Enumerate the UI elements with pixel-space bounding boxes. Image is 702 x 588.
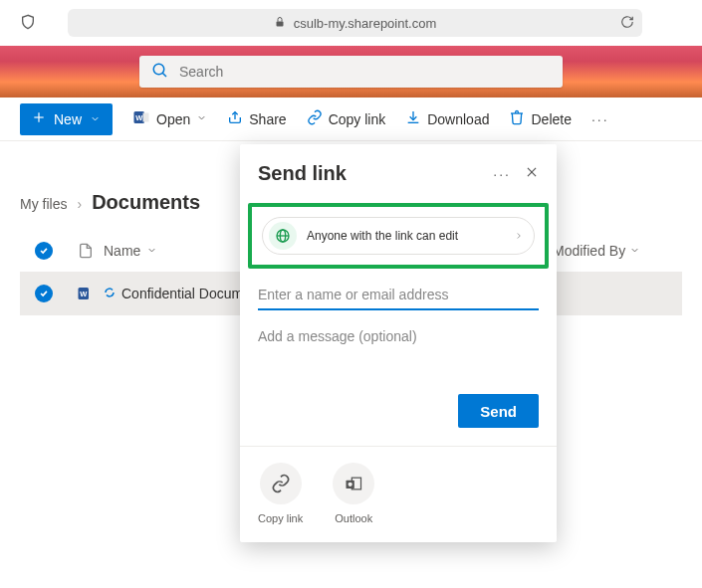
close-icon[interactable] — [525, 165, 539, 182]
search-input[interactable] — [179, 64, 551, 80]
row-select[interactable] — [20, 285, 68, 302]
link-scope-button[interactable]: Anyone with the link can edit — [262, 217, 535, 255]
link-scope-label: Anyone with the link can edit — [307, 229, 504, 243]
svg-point-20 — [349, 483, 352, 487]
open-label: Open — [156, 111, 190, 127]
overflow-button[interactable]: ··· — [591, 111, 609, 127]
chevron-down-icon — [629, 245, 640, 258]
chevron-down-icon — [196, 112, 207, 125]
svg-rect-0 — [276, 21, 283, 26]
plus-icon — [32, 110, 46, 127]
globe-icon — [269, 222, 297, 250]
svg-point-1 — [153, 64, 164, 75]
email-input[interactable] — [258, 281, 539, 310]
search-box[interactable] — [139, 56, 563, 88]
chevron-down-icon — [90, 111, 101, 127]
search-icon — [151, 62, 169, 83]
browser-bar: csulb-my.sharepoint.com — [0, 0, 702, 46]
copy-link-action[interactable]: Copy link — [258, 463, 303, 524]
trash-icon — [509, 109, 525, 128]
svg-line-2 — [162, 73, 166, 77]
svg-rect-7 — [143, 113, 149, 122]
outlook-label: Outlook — [335, 512, 372, 524]
file-icon-header — [68, 242, 104, 260]
divider — [240, 446, 557, 447]
link-scope-highlight: Anyone with the link can edit — [248, 203, 549, 269]
message-input[interactable]: Add a message (optional) — [258, 324, 539, 394]
open-button[interactable]: W Open — [132, 108, 207, 129]
link-icon — [260, 463, 302, 504]
copylink-label: Copy link — [329, 111, 386, 127]
copylink-button[interactable]: Copy link — [307, 109, 386, 128]
toolbar: New W Open Share Copy link Download — [0, 98, 702, 141]
link-icon — [307, 109, 323, 128]
dialog-more-button[interactable]: ··· — [493, 166, 511, 182]
new-button[interactable]: New — [20, 103, 113, 135]
select-all[interactable] — [20, 242, 68, 260]
svg-text:W: W — [135, 113, 143, 122]
share-button[interactable]: Share — [227, 109, 286, 128]
outlook-icon — [333, 463, 374, 504]
url-text: csulb-my.sharepoint.com — [294, 16, 437, 31]
column-modified-by[interactable]: Modified By — [553, 243, 682, 259]
download-button[interactable]: Download — [405, 109, 489, 128]
reload-icon[interactable] — [620, 15, 634, 32]
breadcrumb-current: Documents — [92, 191, 200, 214]
share-label: Share — [249, 111, 286, 127]
share-dialog: Send link ··· Anyone with the link can e… — [240, 144, 557, 542]
chevron-down-icon — [146, 245, 157, 258]
download-label: Download — [427, 111, 489, 127]
delete-label: Delete — [531, 111, 571, 127]
download-icon — [405, 109, 421, 128]
word-doc-icon: W — [68, 285, 104, 302]
url-bar[interactable]: csulb-my.sharepoint.com — [68, 9, 642, 37]
send-button[interactable]: Send — [458, 394, 539, 428]
svg-text:W: W — [80, 290, 88, 298]
lock-icon — [274, 16, 286, 31]
hero-banner — [0, 46, 702, 98]
dialog-title: Send link — [258, 162, 347, 185]
delete-button[interactable]: Delete — [509, 109, 571, 128]
outlook-action[interactable]: Outlook — [333, 463, 374, 524]
new-label: New — [54, 111, 82, 127]
share-actions: Copy link Outlook — [258, 463, 539, 524]
shield-icon — [20, 14, 36, 33]
word-icon: W — [132, 108, 150, 129]
sync-icon — [104, 286, 116, 301]
check-icon — [35, 242, 53, 260]
chevron-right-icon: › — [77, 196, 82, 212]
check-icon — [35, 285, 53, 302]
chevron-right-icon — [514, 228, 524, 244]
share-icon — [227, 109, 243, 128]
breadcrumb-parent[interactable]: My files — [20, 196, 67, 212]
copy-link-label: Copy link — [258, 512, 303, 524]
